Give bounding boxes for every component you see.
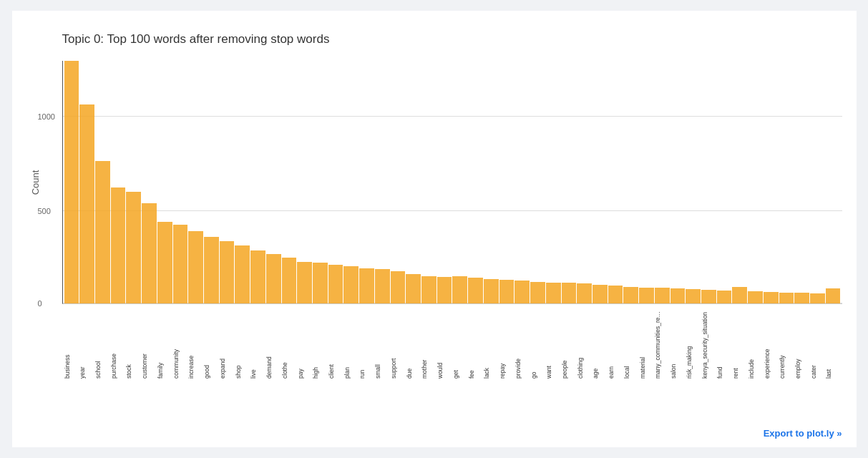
export-plotly-link[interactable]: Export to plot.ly »: [764, 428, 842, 439]
x-label-experience: experience: [764, 307, 779, 379]
x-label-small: small: [374, 307, 389, 379]
bar-cater: [810, 293, 825, 303]
x-label-family: family: [157, 307, 172, 379]
x-label-kenya_security_situation: kenya_security_situation: [701, 307, 716, 379]
bar-fund: [717, 291, 732, 303]
x-label-customer: customer: [141, 307, 156, 379]
bar-experience: [764, 292, 779, 303]
x-label-many_communities_remain: many_communities_remain: [654, 307, 669, 379]
x-label-risk_making: risk_making: [686, 307, 701, 379]
bar-earn: [608, 286, 623, 303]
x-label-shop: shop: [235, 307, 250, 379]
bar-mother: [421, 276, 437, 303]
x-label-pay: pay: [297, 307, 312, 379]
bar-get: [452, 276, 467, 303]
bar-due: [406, 274, 421, 303]
x-label-people: people: [561, 307, 576, 379]
x-label-local: local: [623, 307, 638, 379]
x-label-client: client: [328, 307, 343, 379]
x-label-stock: stock: [125, 307, 140, 379]
bars-wrapper: [63, 61, 842, 303]
y-axis-label: Count: [29, 170, 40, 195]
x-label-go: go: [530, 307, 545, 379]
bar-clothing: [577, 283, 592, 303]
chart-area: 1000 500 0: [62, 61, 842, 304]
x-label-run: run: [359, 307, 374, 379]
x-label-school: school: [94, 307, 109, 379]
bar-year: [79, 104, 94, 303]
bar-demand: [266, 254, 281, 303]
bar-stock: [126, 192, 141, 303]
x-label-increase: increase: [187, 307, 203, 379]
x-label-employ: employ: [794, 307, 809, 379]
bar-customer: [142, 203, 157, 303]
y-tick-1000: 1000: [38, 112, 55, 121]
bar-clothe: [282, 258, 297, 303]
bar-expand: [220, 241, 235, 303]
x-label-include: include: [748, 307, 763, 379]
x-label-repay: repay: [499, 307, 514, 379]
x-label-fee: fee: [468, 307, 483, 379]
x-label-provide: provide: [515, 307, 530, 379]
bar-kenya_security_situation: [701, 290, 716, 303]
x-label-plan: plan: [343, 307, 359, 379]
bar-many_communities_remain: [655, 288, 670, 303]
x-label-currently: currently: [779, 307, 794, 379]
bar-would: [437, 277, 452, 303]
x-label-last: last: [825, 307, 840, 379]
x-label-demand: demand: [265, 307, 281, 379]
bar-live: [250, 250, 265, 303]
chart-title: Topic 0: Top 100 words after removing st…: [62, 32, 842, 47]
x-label-due: due: [406, 307, 421, 379]
x-label-lack: lack: [483, 307, 498, 379]
bar-last: [826, 288, 841, 303]
bar-provide: [515, 281, 530, 303]
bar-school: [95, 161, 110, 303]
bar-business: [64, 61, 79, 303]
bar-age: [593, 285, 608, 303]
x-label-salon: salon: [670, 307, 685, 379]
x-label-earn: earn: [608, 307, 623, 379]
x-label-business: business: [64, 307, 79, 379]
bar-small: [375, 269, 390, 303]
bar-client: [328, 265, 343, 303]
bar-community: [173, 225, 188, 303]
bar-good: [204, 237, 219, 303]
x-label-material: material: [639, 307, 654, 379]
x-labels: businessyearschoolpurchasestockcustomerf…: [62, 307, 842, 379]
bar-currently: [779, 293, 794, 303]
x-label-high: high: [312, 307, 327, 379]
bar-lack: [484, 279, 499, 303]
bar-include: [748, 291, 763, 303]
bar-go: [530, 282, 545, 303]
x-label-support: support: [390, 307, 405, 379]
bar-repay: [499, 280, 515, 303]
bar-people: [562, 283, 577, 303]
bar-shop: [235, 245, 250, 303]
chart-container: Topic 0: Top 100 words after removing st…: [12, 11, 857, 447]
bar-material: [639, 288, 654, 304]
x-label-clothing: clothing: [577, 307, 592, 379]
x-label-get: get: [452, 307, 467, 379]
x-label-mother: mother: [421, 307, 436, 379]
bar-local: [623, 287, 638, 303]
bar-want: [546, 283, 561, 303]
x-label-rent: rent: [732, 307, 747, 379]
x-label-fund: fund: [716, 307, 731, 379]
x-label-age: age: [592, 307, 607, 379]
x-label-cater: cater: [810, 307, 825, 379]
bar-employ: [794, 293, 809, 303]
x-label-community: community: [172, 307, 187, 379]
bar-run: [359, 268, 374, 303]
bar-increase: [188, 231, 203, 303]
bar-plan: [343, 266, 359, 303]
bar-fee: [468, 278, 483, 303]
bar-family: [157, 222, 172, 303]
bar-risk_making: [686, 289, 701, 303]
bar-support: [391, 271, 406, 303]
x-label-live: live: [250, 307, 265, 379]
bar-rent: [732, 287, 747, 303]
x-label-would: would: [437, 307, 452, 379]
bar-purchase: [111, 187, 126, 303]
x-label-good: good: [203, 307, 218, 379]
